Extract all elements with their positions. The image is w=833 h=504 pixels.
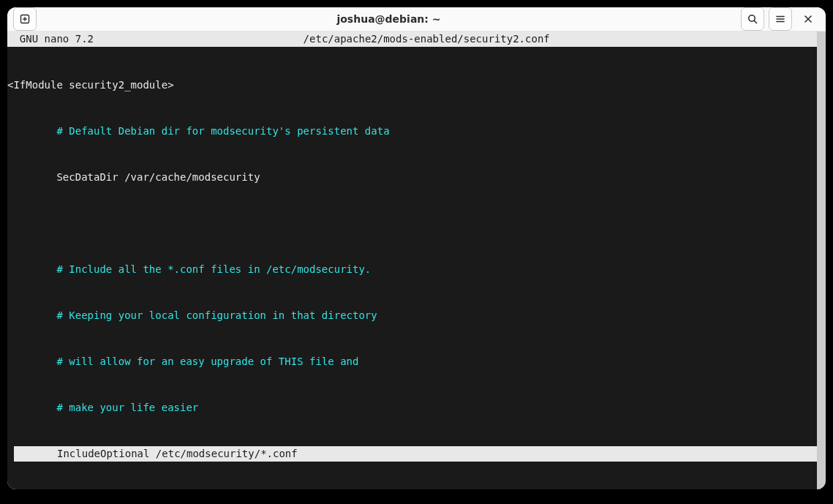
code-comment: # Include all the *.conf files in /etc/m… bbox=[56, 263, 371, 275]
close-icon bbox=[803, 14, 813, 24]
terminal-area[interactable]: GNU nano 7.2 /etc/apache2/mods-enabled/s… bbox=[7, 31, 826, 489]
nano-version: GNU nano 7.2 bbox=[7, 33, 94, 45]
close-button[interactable] bbox=[796, 7, 820, 31]
code-comment: # Default Debian dir for modsecurity's p… bbox=[56, 125, 389, 137]
hamburger-icon bbox=[774, 13, 786, 25]
terminal-content[interactable]: GNU nano 7.2 /etc/apache2/mods-enabled/s… bbox=[7, 31, 817, 489]
code-line: SecDataDir /var/cache/modsecurity bbox=[56, 171, 260, 183]
code-comment: # make your life easier bbox=[56, 402, 198, 413]
new-tab-icon bbox=[19, 13, 31, 25]
new-tab-button[interactable] bbox=[13, 7, 37, 31]
scrollbar[interactable] bbox=[817, 31, 826, 489]
titlebar-actions bbox=[741, 7, 820, 31]
code-line: <IfModule security2_module> bbox=[7, 79, 174, 91]
window-title: joshua@debian: ~ bbox=[37, 13, 741, 25]
cursor-line: IncludeOptional /etc/modsecurity/*.conf bbox=[14, 446, 817, 462]
nano-header-spacer bbox=[94, 33, 304, 45]
code-line-highlighted: IncludeOptional /etc/modsecurity/*.conf bbox=[14, 448, 298, 459]
search-button[interactable] bbox=[741, 7, 764, 31]
svg-line-4 bbox=[754, 20, 756, 23]
editor-body[interactable]: <IfModule security2_module> # Default De… bbox=[7, 47, 817, 489]
terminal-window: joshua@debian: ~ bbox=[7, 7, 826, 489]
blank-line bbox=[7, 217, 13, 229]
titlebar: joshua@debian: ~ bbox=[7, 7, 826, 31]
nano-header: GNU nano 7.2 /etc/apache2/mods-enabled/s… bbox=[7, 31, 817, 47]
nano-file-path: /etc/apache2/mods-enabled/security2.conf bbox=[304, 33, 550, 45]
code-comment: # will allow for an easy upgrade of THIS… bbox=[56, 356, 358, 367]
menu-button[interactable] bbox=[769, 7, 792, 31]
code-comment: # Keeping your local configuration in th… bbox=[56, 309, 377, 321]
search-icon bbox=[747, 13, 758, 25]
